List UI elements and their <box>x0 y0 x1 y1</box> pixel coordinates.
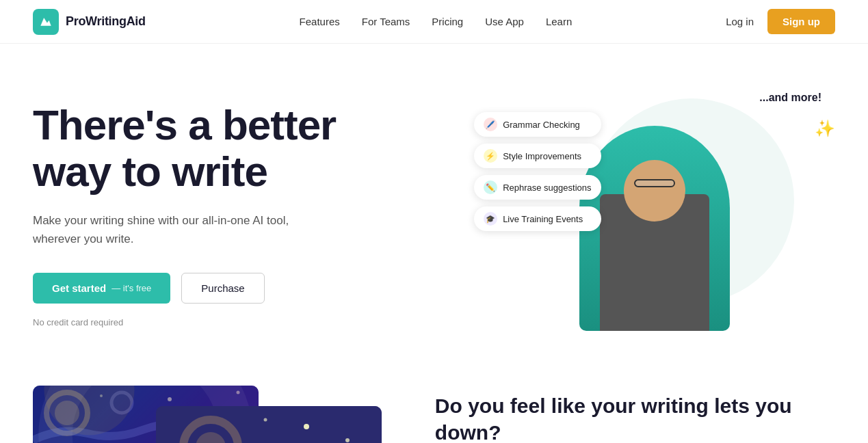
chip-rephrase-icon: ✏️ <box>484 180 497 194</box>
nav-actions: Log in Sign up <box>726 9 835 34</box>
chip-style: ⚡ Style Improvements <box>474 144 601 168</box>
chip-style-icon: ⚡ <box>484 149 497 163</box>
section-two: My idea in my head Do you feel like your… <box>0 372 868 443</box>
svg-point-3 <box>111 392 132 413</box>
nav-features[interactable]: Features <box>300 16 340 27</box>
person-bg <box>579 126 730 331</box>
nav-learn[interactable]: Learn <box>546 16 572 27</box>
svg-point-13 <box>264 418 267 422</box>
chip-grammar: 🖊️ Grammar Checking <box>474 112 601 137</box>
person-head <box>624 160 685 222</box>
brand-name: ProWritingAid <box>66 14 146 29</box>
and-more-text: ...and more! <box>759 92 821 104</box>
no-credit-card-text: No credit card required <box>33 317 447 327</box>
feature-chips: 🖊️ Grammar Checking ⚡ Style Improvements… <box>474 112 601 231</box>
signup-button[interactable]: Sign up <box>767 9 835 34</box>
glasses <box>634 179 675 187</box>
free-label: — it's free <box>111 283 151 293</box>
chip-grammar-icon: 🖊️ <box>484 118 497 131</box>
get-started-button[interactable]: Get started — it's free <box>33 273 170 304</box>
logo-icon <box>33 9 59 35</box>
svg-point-4 <box>168 397 172 401</box>
login-link[interactable]: Log in <box>726 16 754 27</box>
chip-rephrase: ✏️ Rephrase suggestions <box>474 175 601 200</box>
section-two-title: Do you feel like your writing lets you d… <box>435 392 835 443</box>
hero-title: There's a better way to write <box>33 102 447 195</box>
front-card-svg <box>156 406 382 443</box>
sparkle-icon: ✨ <box>815 119 835 138</box>
svg-point-6 <box>100 394 103 397</box>
svg-point-1 <box>47 392 88 433</box>
hero-buttons: Get started — it's free Purchase <box>33 273 447 304</box>
navbar: ProWritingAid Features For Teams Pricing… <box>0 0 868 44</box>
section-two-images: My idea in my head <box>33 386 394 443</box>
hero-content: There's a better way to write Make your … <box>33 102 474 328</box>
nav-links: Features For Teams Pricing Use App Learn <box>300 16 573 27</box>
hero-visual: 🖊️ Grammar Checking ⚡ Style Improvements… <box>474 85 835 345</box>
brand-logo[interactable]: ProWritingAid <box>33 9 146 35</box>
nav-pricing[interactable]: Pricing <box>432 16 463 27</box>
svg-point-2 <box>55 401 79 425</box>
chip-training: 🎓 Live Training Events <box>474 206 601 231</box>
svg-point-11 <box>304 424 309 429</box>
section-two-text: Do you feel like your writing lets you d… <box>435 386 835 443</box>
hero-section: There's a better way to write Make your … <box>0 44 868 372</box>
svg-point-12 <box>345 438 350 442</box>
purchase-button[interactable]: Purchase <box>181 273 264 304</box>
hero-subtitle: Make your writing shine with our all-in-… <box>33 211 334 248</box>
nav-use-app[interactable]: Use App <box>485 16 524 27</box>
chip-training-icon: 🎓 <box>484 212 497 226</box>
svg-point-7 <box>237 391 240 394</box>
get-started-label: Get started <box>52 282 106 294</box>
starry-night-card-front: My idea in my head <box>156 406 382 443</box>
nav-for-teams[interactable]: For Teams <box>362 16 410 27</box>
